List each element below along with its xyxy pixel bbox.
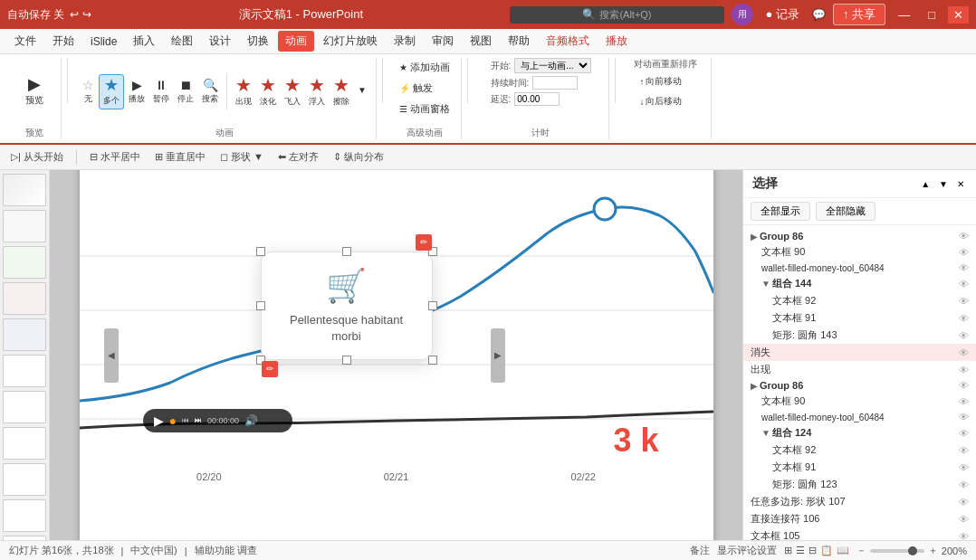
- eye-icon[interactable]: 👁: [959, 231, 969, 242]
- menu-transition[interactable]: 切换: [240, 31, 276, 52]
- eye-icon[interactable]: 👁: [959, 347, 969, 358]
- list-item[interactable]: 文本框 90 👁: [754, 243, 976, 261]
- anim-more[interactable]: ▼: [354, 84, 370, 99]
- eye-icon[interactable]: 👁: [959, 428, 969, 439]
- anim-wipe[interactable]: ★ 擦除: [330, 74, 353, 109]
- move-before-button[interactable]: ↑ 向前移动: [634, 72, 687, 90]
- comments-label[interactable]: 显示评论设置: [717, 544, 777, 557]
- eye-icon[interactable]: 👁: [959, 462, 969, 473]
- toolbar-from-start[interactable]: ▷| 从头开始: [7, 148, 67, 166]
- slide-thumb-2[interactable]: [3, 210, 46, 242]
- list-item[interactable]: 矩形: 圆角 143 👁: [765, 327, 976, 344]
- menu-help[interactable]: 帮助: [501, 31, 537, 52]
- slide-thumb-1[interactable]: [3, 174, 46, 206]
- slide-9[interactable]: 9: [0, 463, 49, 496]
- menu-start[interactable]: 开始: [45, 31, 81, 52]
- list-item[interactable]: 文本框 92 👁: [765, 441, 976, 459]
- eye-icon[interactable]: 👁: [959, 531, 969, 541]
- zoom-out-icon[interactable]: －: [856, 544, 866, 557]
- list-item[interactable]: wallet-filled-money-tool_60484 👁: [754, 410, 976, 424]
- menu-islide[interactable]: iSlide: [83, 33, 124, 51]
- minimize-button[interactable]: —: [893, 6, 915, 24]
- list-item[interactable]: ▶ Group 86 👁: [743, 378, 976, 393]
- zoom-in-icon[interactable]: ＋: [928, 544, 938, 557]
- media-next-icon[interactable]: ⏭: [195, 416, 202, 424]
- slide-7[interactable]: 7: [0, 391, 49, 423]
- notes-label[interactable]: 备注: [690, 544, 710, 557]
- anim-appear[interactable]: ★ 出现: [232, 74, 255, 109]
- list-item[interactable]: 文本框 91 👁: [765, 309, 976, 327]
- notes-view-icon[interactable]: 📋: [820, 545, 833, 556]
- eye-icon[interactable]: 👁: [959, 514, 969, 525]
- eye-icon[interactable]: 👁: [959, 497, 969, 508]
- close-panel-button[interactable]: ✕: [954, 178, 967, 190]
- toolbar-shape[interactable]: ◻ 形状 ▼: [216, 148, 267, 166]
- menu-record[interactable]: 录制: [387, 31, 423, 52]
- share-button[interactable]: ↑ 共享: [833, 4, 885, 25]
- menu-draw[interactable]: 绘图: [164, 31, 200, 52]
- toolbar-distribute[interactable]: ⇕ 纵向分布: [330, 148, 388, 166]
- reading-view-icon[interactable]: 📖: [837, 545, 849, 556]
- slide-10[interactable]: 10: [0, 499, 49, 532]
- user-avatar[interactable]: 用: [732, 4, 753, 25]
- slide-8[interactable]: 8: [0, 427, 49, 460]
- media-volume-icon[interactable]: 🔊: [244, 414, 258, 427]
- duration-input[interactable]: [532, 76, 578, 90]
- menu-file[interactable]: 文件: [7, 31, 43, 52]
- hide-all-button[interactable]: 全部隐藏: [816, 202, 876, 221]
- slide-thumb-7[interactable]: [3, 391, 46, 423]
- start-select[interactable]: 与上一动画...: [514, 58, 591, 73]
- slide-thumb-10[interactable]: [3, 499, 46, 532]
- eye-icon[interactable]: 👁: [959, 445, 969, 456]
- undo-icon[interactable]: ↩: [70, 8, 79, 21]
- slide-thumb-11[interactable]: [3, 536, 46, 540]
- comment-icon[interactable]: 💬: [812, 8, 826, 21]
- slide-5[interactable]: 5: [0, 318, 49, 351]
- eye-icon[interactable]: 👁: [959, 330, 969, 341]
- eye-icon[interactable]: 👁: [959, 279, 969, 289]
- eye-icon[interactable]: 👁: [959, 296, 969, 307]
- list-item-disappear[interactable]: 消失 👁: [743, 344, 976, 361]
- menu-review[interactable]: 审阅: [425, 31, 461, 52]
- list-item[interactable]: ▼ 组合 124 👁: [754, 424, 976, 441]
- slide-sorter-icon[interactable]: ⊟: [809, 545, 817, 556]
- eye-icon[interactable]: 👁: [959, 262, 969, 273]
- eye-icon[interactable]: 👁: [959, 396, 969, 407]
- anim-stop[interactable]: ⏹ 停止: [174, 77, 197, 107]
- show-all-button[interactable]: 全部显示: [751, 202, 810, 221]
- menu-slideshow[interactable]: 幻灯片放映: [316, 31, 385, 52]
- zoom-slider[interactable]: [870, 549, 924, 553]
- anim-pause[interactable]: ⏸ 暂停: [149, 77, 173, 107]
- menu-audio-format[interactable]: 音频格式: [539, 31, 597, 52]
- media-prev-icon[interactable]: ⏮: [182, 416, 189, 424]
- list-item[interactable]: wallet-filled-money-tool_60484 👁: [754, 261, 976, 275]
- accessibility-text[interactable]: 辅助功能 调查: [195, 544, 257, 557]
- list-item[interactable]: 直接连接符 106 👁: [743, 510, 976, 527]
- list-item[interactable]: ▼ 组合 144 👁: [754, 275, 976, 292]
- slide-4[interactable]: 4: [0, 282, 49, 315]
- edit-icon-top[interactable]: ✏: [416, 234, 432, 251]
- anim-none[interactable]: ☆ 无: [79, 77, 98, 107]
- slide-thumb-3[interactable]: [3, 246, 46, 279]
- move-after-button[interactable]: ↓ 向后移动: [634, 92, 687, 110]
- anim-fly[interactable]: ★ 飞入: [281, 74, 304, 109]
- record-button[interactable]: ● 记录: [761, 5, 805, 24]
- anim-float[interactable]: ★ 浮入: [305, 74, 329, 109]
- anim-fade[interactable]: ★ 淡化: [256, 74, 280, 109]
- list-item[interactable]: ▶ Group 86 👁: [743, 229, 976, 243]
- toolbar-align-left[interactable]: ⬅ 左对齐: [274, 148, 322, 166]
- toolbar-h-center[interactable]: ⊟ 水平居中: [86, 148, 144, 166]
- slide-6[interactable]: 6: [0, 355, 49, 387]
- slide-thumb-8[interactable]: [3, 427, 46, 460]
- slide-3[interactable]: 3: [0, 246, 49, 279]
- slide-thumb-9[interactable]: [3, 463, 46, 496]
- slide-11[interactable]: 11: [0, 536, 49, 540]
- list-item[interactable]: 文本框 91 👁: [765, 459, 976, 476]
- canvas-area[interactable]: ◀ ▶ 02/2: [50, 170, 742, 540]
- edit-icon-bottom[interactable]: ✏: [262, 361, 278, 377]
- media-play-icon[interactable]: ▶: [154, 413, 164, 428]
- menu-insert[interactable]: 插入: [126, 31, 162, 52]
- eye-icon[interactable]: 👁: [959, 380, 969, 391]
- anim-multiple[interactable]: ★ 多个: [99, 74, 124, 109]
- toolbar-v-center[interactable]: ⊞ 垂直居中: [151, 148, 209, 166]
